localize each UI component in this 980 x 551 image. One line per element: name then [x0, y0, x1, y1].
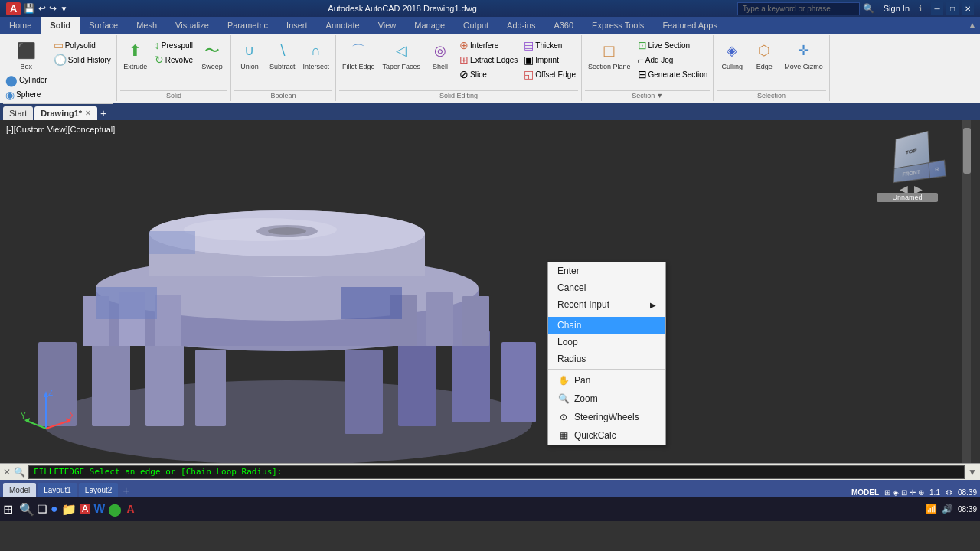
ctx-pan[interactable]: ✋ Pan: [548, 371, 665, 390]
win-start-icon[interactable]: ⊞: [3, 502, 13, 517]
cmd-close-icon[interactable]: ✕: [3, 467, 11, 478]
tab-visualize[interactable]: Visualize: [166, 17, 218, 34]
ortho-icon[interactable]: ⊡: [901, 488, 907, 497]
ctx-chain[interactable]: Chain: [548, 317, 665, 334]
ctx-radius[interactable]: Radius: [548, 350, 665, 367]
btn-intersect[interactable]: ∩ Intersect: [300, 37, 333, 73]
tab-drawing1[interactable]: Drawing1* ✕: [34, 106, 97, 120]
osnap-icon[interactable]: ⊕: [918, 488, 924, 497]
sign-in-button[interactable]: Sign In: [884, 4, 910, 13]
taskbar-folder-icon[interactable]: 📁: [61, 502, 77, 517]
tab-solid[interactable]: Solid: [41, 17, 80, 34]
tab-insert[interactable]: Insert: [277, 17, 317, 34]
search-icon[interactable]: 🔍: [863, 3, 874, 14]
ctx-enter[interactable]: Enter: [548, 262, 665, 279]
btn-fillet-edge[interactable]: ⌒ Fillet Edge: [339, 37, 378, 73]
tab-home[interactable]: Home: [0, 17, 41, 34]
ctx-recent-input[interactable]: Recent Input ▶: [548, 296, 665, 313]
scrollbar-thumb[interactable]: [963, 128, 971, 174]
btn-taper-faces[interactable]: ◁ Taper Faces: [380, 37, 424, 73]
tab-output[interactable]: Output: [454, 17, 498, 34]
btn-extrude[interactable]: ⬆ Extrude: [120, 37, 151, 73]
ctx-cancel[interactable]: Cancel: [548, 279, 665, 296]
settings-icon[interactable]: ⚙: [946, 488, 952, 497]
tab-mesh[interactable]: Mesh: [127, 17, 166, 34]
btn-culling[interactable]: ◈ Culling: [717, 37, 747, 73]
taskbar-app2-icon[interactable]: W: [93, 502, 105, 516]
volume-icon[interactable]: 🔊: [942, 504, 953, 514]
minimize-button[interactable]: ─: [931, 2, 943, 15]
network-icon[interactable]: 📶: [926, 504, 937, 514]
grid-icon[interactable]: ⊞: [884, 488, 890, 497]
tab-add-button[interactable]: +: [100, 106, 106, 120]
ctx-steeringwheels[interactable]: ⊙ SteeringWheels: [548, 408, 665, 426]
tab-express[interactable]: Express Tools: [583, 17, 653, 34]
quick-access-undo[interactable]: ↩: [38, 3, 46, 14]
tab-close-icon[interactable]: ✕: [85, 109, 91, 117]
btn-interfere[interactable]: ⊕ Interfere: [457, 38, 520, 52]
taskbar-app1-icon[interactable]: A: [80, 504, 91, 514]
unnamed-button[interactable]: Unnamed: [877, 193, 938, 202]
status-add-tab[interactable]: +: [122, 484, 129, 497]
viewport[interactable]: [-][Custom View][Conceptual]: [0, 120, 971, 463]
taskbar-search-icon[interactable]: 🔍: [19, 502, 34, 517]
btn-section-plane[interactable]: ◫ Section Plane: [585, 37, 634, 73]
tab-parametric[interactable]: Parametric: [218, 17, 277, 34]
close-button[interactable]: ✕: [962, 2, 974, 15]
btn-cylinder[interactable]: ⬤ Cylinder: [3, 73, 50, 87]
btn-imprint[interactable]: ▣ Imprint: [521, 53, 578, 67]
polar-icon[interactable]: ✛: [910, 488, 916, 497]
quick-access-save[interactable]: 💾: [24, 3, 35, 14]
btn-move-gizmo[interactable]: ✛ Move Gizmo: [781, 37, 826, 73]
command-input[interactable]: FILLETEDGE Select an edge or [Chain Loop…: [28, 465, 965, 479]
ctx-loop[interactable]: Loop: [548, 334, 665, 350]
tab-addins[interactable]: Add-ins: [498, 17, 544, 34]
btn-presspull[interactable]: ↕ Presspull: [152, 38, 195, 52]
status-layout2-tab[interactable]: Layout2: [79, 483, 119, 497]
taskbar-task-icon[interactable]: ❑: [38, 503, 47, 515]
btn-revolve[interactable]: ↻ Revolve: [152, 53, 195, 67]
btn-polysolid[interactable]: ▭ Polysolid: [51, 38, 113, 52]
info-icon[interactable]: ℹ: [919, 4, 922, 14]
ctx-quickcalc[interactable]: ▦ QuickCalc: [548, 426, 665, 445]
ctx-zoom[interactable]: 🔍 Zoom: [548, 390, 665, 408]
btn-edge[interactable]: ⬡ Edge: [749, 37, 779, 73]
cmd-expand-icon[interactable]: ▼: [968, 467, 977, 478]
tab-surface[interactable]: Surface: [80, 17, 127, 34]
btn-offset-edge[interactable]: ◱ Offset Edge: [521, 67, 578, 81]
tab-a360[interactable]: A360: [544, 17, 583, 34]
btn-thicken[interactable]: ▤ Thicken: [521, 38, 578, 52]
btn-shell[interactable]: ◎ Shell: [425, 37, 456, 73]
btn-generate-section[interactable]: ⊟ Generate Section: [635, 67, 710, 81]
quick-access-redo[interactable]: ↪: [49, 3, 57, 14]
tab-annotate[interactable]: Annotate: [317, 17, 369, 34]
search-input[interactable]: [737, 2, 860, 15]
btn-sweep[interactable]: 〜 Sweep: [197, 37, 227, 73]
snap-icon[interactable]: ◈: [893, 488, 899, 497]
btn-slice[interactable]: ⊘ Slice: [457, 67, 520, 81]
btn-box[interactable]: ⬛ Box: [3, 37, 50, 73]
taskbar-app3-icon[interactable]: ⬤: [108, 502, 122, 517]
scrollbar-right[interactable]: [962, 120, 971, 463]
btn-solid-history[interactable]: 🕒 Solid History: [51, 53, 113, 67]
status-model-tab[interactable]: Model: [3, 483, 36, 497]
btn-live-section[interactable]: ⊡ Live Section: [635, 38, 710, 52]
quick-access-more[interactable]: ▼: [60, 5, 67, 13]
btn-add-jog[interactable]: ⌐ Add Jog: [635, 53, 710, 67]
taskbar-autocad-icon[interactable]: A: [125, 503, 136, 515]
section-expand-icon[interactable]: ▼: [656, 92, 663, 99]
btn-subtract[interactable]: ∖ Subtract: [266, 37, 299, 73]
tab-manage[interactable]: Manage: [405, 17, 454, 34]
maximize-button[interactable]: □: [946, 2, 959, 15]
btn-union[interactable]: ∪ Union: [234, 37, 265, 73]
navigation-cube[interactable]: TOP FRONT R ◀ ▶ Unnamed: [880, 128, 942, 197]
btn-extract-edges[interactable]: ⊞ Extract Edges: [457, 53, 520, 67]
tab-start[interactable]: Start: [3, 106, 33, 120]
tab-view[interactable]: View: [369, 17, 406, 34]
tab-featured[interactable]: Featured Apps: [653, 17, 727, 34]
taskbar-chrome-icon[interactable]: ●: [51, 502, 58, 516]
ribbon-collapse-icon[interactable]: ▲: [968, 20, 977, 31]
status-layout1-tab[interactable]: Layout1: [38, 483, 77, 497]
cmd-search-icon[interactable]: 🔍: [14, 467, 25, 478]
btn-sphere[interactable]: ◉ Sphere: [3, 88, 50, 102]
